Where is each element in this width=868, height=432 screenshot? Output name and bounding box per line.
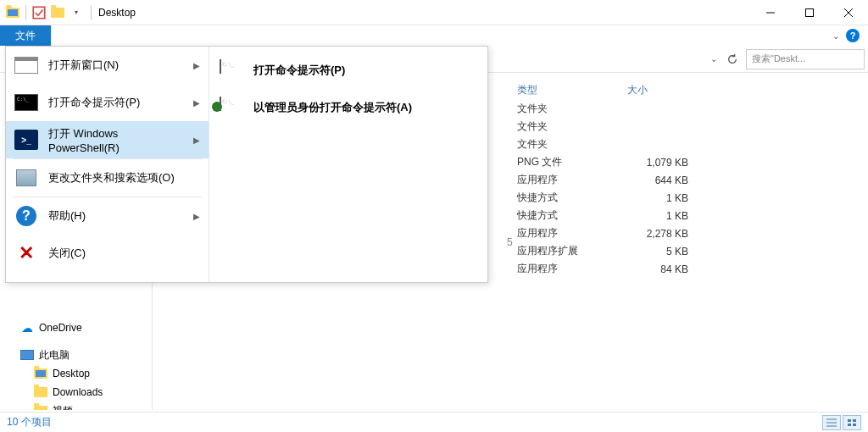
help-icon[interactable]: ?	[846, 29, 860, 42]
sidebar-item-label: 视频	[53, 404, 73, 411]
table-row[interactable]: 快捷方式1 KB	[517, 189, 868, 207]
svg-rect-0	[33, 7, 45, 19]
chevron-right-icon: ▶	[193, 61, 200, 70]
folder-icon	[34, 367, 47, 380]
table-row[interactable]: 应用程序扩展5 KB	[517, 242, 868, 260]
cell-type: 快捷方式	[517, 191, 627, 205]
ribbon-expand-icon[interactable]: ⌄	[832, 31, 839, 41]
cmd-icon	[14, 94, 38, 111]
cell-type: PNG 文件	[517, 155, 627, 169]
folder-icon	[34, 385, 47, 399]
chevron-right-icon: ▶	[193, 212, 200, 221]
menu-label: 打开命令提示符(P)	[48, 95, 183, 110]
cell-size: 1,079 KB	[627, 157, 712, 169]
cell-size: 644 KB	[627, 174, 712, 186]
view-details-button[interactable]	[822, 415, 841, 430]
cmd-admin-icon	[220, 97, 221, 111]
menu-open-new-window[interactable]: 打开新窗口(N) ▶	[6, 47, 209, 84]
cell-size: 2,278 KB	[627, 228, 712, 240]
cell-size: 84 KB	[627, 263, 712, 275]
table-row[interactable]: 应用程序84 KB	[517, 260, 868, 278]
options-icon	[16, 169, 36, 186]
sidebar-item[interactable]: Desktop	[0, 364, 152, 383]
menu-open-powershell[interactable]: 打开 Windows PowerShell(R) ▶	[6, 121, 209, 158]
table-row[interactable]: 快捷方式1 KB	[517, 207, 868, 224]
menu-label: 打开 Windows PowerShell(R)	[48, 126, 183, 154]
table-row[interactable]: 文件夹	[517, 118, 868, 136]
cell-type: 应用程序	[517, 262, 627, 276]
table-row[interactable]: 文件夹	[517, 136, 868, 153]
refresh-button[interactable]	[722, 49, 743, 69]
submenu-open-cmd[interactable]: 打开命令提示符(P)	[209, 52, 487, 89]
svg-rect-10	[848, 424, 851, 426]
menu-close[interactable]: ✕ 关闭(C)	[6, 235, 209, 272]
menu-label: 打开新窗口(N)	[48, 58, 183, 73]
window-title: Desktop	[98, 7, 136, 19]
search-input[interactable]: 搜索"Deskt...	[746, 49, 865, 69]
qat-newfolder-icon[interactable]	[50, 5, 65, 20]
menu-label: 帮助(H)	[48, 208, 183, 224]
menu-open-cmd[interactable]: 打开命令提示符(P) ▶	[6, 84, 209, 121]
view-large-button[interactable]	[843, 415, 861, 430]
sidebar-item-label: OneDrive	[39, 322, 82, 334]
sidebar-item-label: 此电脑	[39, 348, 70, 363]
statusbar: 10 个项目	[0, 412, 868, 432]
cell-type: 应用程序扩展	[517, 244, 627, 258]
close-x-icon: ✕	[19, 242, 34, 264]
submenu-label: 以管理员身份打开命令提示符(A)	[253, 100, 412, 115]
file-tab[interactable]: 文件	[0, 25, 51, 46]
column-header-type[interactable]: 类型	[517, 83, 627, 97]
go-chevron-icon[interactable]: ⌄	[710, 54, 717, 64]
qat-properties-icon[interactable]	[31, 5, 47, 20]
sidebar-item[interactable]: Downloads	[0, 383, 152, 402]
sidebar-item[interactable]: ☁OneDrive	[0, 318, 152, 337]
menu-label: 更改文件夹和搜索选项(O)	[48, 170, 200, 186]
help-round-icon: ?	[16, 206, 36, 226]
svg-rect-11	[853, 424, 856, 426]
cell-type: 文件夹	[517, 102, 627, 116]
pc-icon	[20, 348, 34, 362]
submenu-label: 打开命令提示符(P)	[253, 63, 345, 78]
qat-dropdown-icon[interactable]: ▾	[69, 5, 84, 20]
maximize-button[interactable]	[790, 0, 829, 25]
cell-type: 应用程序	[517, 173, 627, 187]
menu-help[interactable]: ? 帮助(H) ▶	[6, 197, 209, 235]
table-row[interactable]: 应用程序644 KB	[517, 171, 868, 189]
cloud-icon: ☁	[20, 321, 34, 335]
status-item-count: 10 个项目	[7, 415, 52, 429]
sidebar-item[interactable]: 此电脑	[0, 346, 152, 364]
powershell-icon	[14, 130, 38, 150]
explorer-icon	[5, 5, 20, 20]
cell-size: 5 KB	[627, 246, 712, 258]
cell-size: 1 KB	[627, 210, 712, 222]
cell-type: 快捷方式	[517, 208, 627, 223]
folder-icon	[34, 404, 47, 410]
cell-type: 文件夹	[517, 119, 627, 134]
titlebar: ▾ Desktop	[0, 0, 868, 25]
sidebar-item[interactable]: 视频	[0, 402, 152, 410]
ribbon: 文件 ⌄ ?	[0, 25, 868, 46]
svg-rect-8	[848, 419, 851, 422]
table-row[interactable]: PNG 文件1,079 KB	[517, 153, 868, 171]
submenu-open-cmd-admin[interactable]: 以管理员身份打开命令提示符(A)	[209, 89, 487, 126]
cell-type: 应用程序	[517, 226, 627, 241]
menu-label: 关闭(C)	[48, 246, 200, 261]
menu-folder-options[interactable]: 更改文件夹和搜索选项(O)	[6, 159, 209, 197]
obscured-text: 5	[507, 236, 513, 248]
cell-type: 文件夹	[517, 137, 627, 152]
close-button[interactable]	[829, 0, 868, 25]
table-row[interactable]: 应用程序2,278 KB	[517, 224, 868, 242]
chevron-right-icon: ▶	[193, 98, 200, 108]
file-menu-dropdown: 打开新窗口(N) ▶ 打开命令提示符(P) ▶ 打开 Windows Power…	[5, 46, 488, 283]
sidebar-item-label: Downloads	[53, 386, 103, 398]
sidebar-item-label: Desktop	[53, 368, 90, 379]
svg-rect-2	[806, 8, 814, 16]
cmd-icon	[220, 59, 221, 74]
minimize-button[interactable]	[751, 0, 790, 25]
svg-rect-9	[853, 419, 856, 422]
table-row[interactable]: 文件夹	[517, 100, 868, 118]
column-header-size[interactable]: 大小	[627, 83, 712, 97]
cell-size: 1 KB	[627, 192, 712, 204]
chevron-right-icon: ▶	[193, 136, 200, 145]
window-icon	[14, 57, 38, 74]
